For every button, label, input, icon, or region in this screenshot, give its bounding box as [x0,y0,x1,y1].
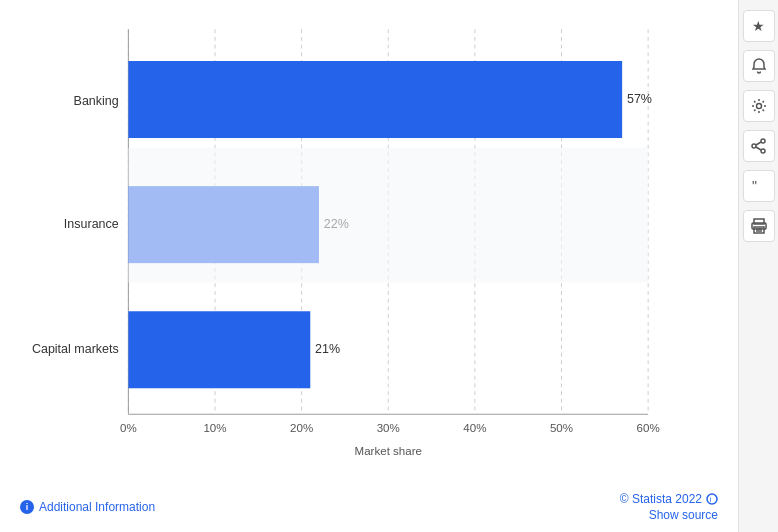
chart-area: Banking 57% Insurance 22% Capital market… [0,0,738,532]
tick-40: 40% [463,422,486,434]
alert-button[interactable] [743,50,775,82]
tick-0: 0% [120,422,137,434]
value-banking: 57% [627,92,652,106]
svg-point-11 [761,139,765,143]
tick-30: 30% [377,422,400,434]
cite-button[interactable]: " [743,170,775,202]
tick-60: 60% [637,422,660,434]
svg-text:i: i [710,495,712,504]
x-axis-label: Market share [355,445,422,457]
svg-rect-9 [128,148,648,283]
bar-banking [128,61,622,138]
tick-50: 50% [550,422,573,434]
svg-rect-18 [754,227,764,233]
label-capital-markets: Capital markets [32,342,119,356]
print-button[interactable] [743,210,775,242]
svg-line-15 [756,147,761,150]
svg-point-13 [752,144,756,148]
additional-info-label: Additional Information [39,500,155,514]
label-banking: Banking [74,94,119,108]
bar-capital-markets [128,311,310,388]
additional-info-button[interactable]: i Additional Information [20,500,155,514]
statista-link[interactable]: © Statista 2022 i [620,492,718,506]
footer: i Additional Information © Statista 2022… [0,482,738,532]
show-source-button[interactable]: Show source [649,508,718,522]
info-icon: i [20,500,34,514]
svg-text:": " [752,178,757,194]
tick-10: 10% [203,422,226,434]
svg-line-14 [756,142,761,145]
svg-point-12 [761,149,765,153]
svg-point-22 [707,494,717,504]
share-button[interactable] [743,130,775,162]
label-insurance: Insurance [64,217,119,231]
settings-button[interactable] [743,90,775,122]
value-capital-markets: 21% [315,342,340,356]
external-link-icon: i [706,493,718,505]
svg-point-10 [756,104,761,109]
tick-20: 20% [290,422,313,434]
bar-chart: Banking 57% Insurance 22% Capital market… [20,10,718,472]
favorite-button[interactable]: ★ [743,10,775,42]
sidebar: ★ " [738,0,778,532]
footer-right: © Statista 2022 i Show source [620,492,718,522]
statista-credit-text: © Statista 2022 [620,492,702,506]
